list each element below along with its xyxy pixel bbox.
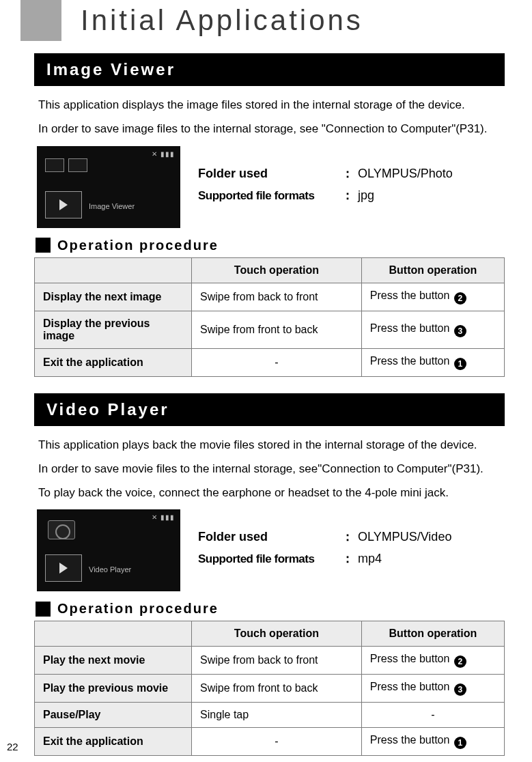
- spec-row-formats: Supported file formats ： jpg: [198, 187, 505, 203]
- description-text: In order to save image files to the inte…: [34, 119, 505, 139]
- table-header: [35, 257, 192, 283]
- colon-icon: ：: [341, 528, 354, 545]
- thumbnail-tiles: [45, 158, 87, 172]
- row-label: Display the next image: [35, 283, 192, 311]
- app-info-block: ✕ ▮▮▮ Video Player Folder used ： OLYMPUS…: [37, 509, 505, 591]
- description-text: To play back the voice, connect the earp…: [34, 483, 505, 503]
- statusbar-icon: ✕ ▮▮▮: [152, 513, 175, 521]
- page-title: Initial Applications: [81, 4, 363, 37]
- table-header: Button operation: [361, 257, 504, 283]
- spec-label: Folder used: [198, 530, 341, 544]
- play-tile-icon: [45, 554, 82, 582]
- spec-value: jpg: [358, 188, 374, 203]
- operation-table-image-viewer: Touch operation Button operation Display…: [34, 257, 505, 377]
- operation-table-video-player: Touch operation Button operation Play th…: [34, 621, 505, 756]
- table-header: Touch operation: [192, 257, 362, 283]
- square-bullet-icon: [36, 602, 51, 617]
- tile-icon: [45, 158, 64, 172]
- row-label: Pause/Play: [35, 703, 192, 728]
- page-number: 22: [7, 741, 18, 752]
- operation-heading: Operation procedure: [57, 601, 219, 617]
- table-row: Display the previous image Swipe from fr…: [35, 311, 505, 348]
- play-tile-icon: [45, 191, 82, 218]
- spec-value: OLYMPUS/Photo: [358, 167, 453, 181]
- touch-op-cell: Swipe from back to front: [192, 647, 362, 675]
- title-marker-icon: [20, 0, 61, 41]
- button-number-icon: 1: [454, 358, 466, 370]
- play-icon: [59, 199, 68, 210]
- button-op-text: Press the button: [370, 653, 450, 664]
- statusbar-icon: ✕ ▮▮▮: [152, 150, 175, 158]
- row-label: Play the next movie: [35, 647, 192, 675]
- touch-op-cell: Swipe from back to front: [192, 283, 362, 311]
- app-thumbnail: ✕ ▮▮▮ Image Viewer: [37, 146, 180, 228]
- spec-row-folder: Folder used ： OLYMPUS/Video: [198, 528, 505, 545]
- table-header: Button operation: [361, 621, 504, 647]
- description-text: This application displays the image file…: [34, 96, 505, 115]
- touch-op-cell: Swipe from front to back: [192, 311, 362, 348]
- button-op-text: Press the button: [370, 322, 450, 334]
- button-op-text: Press the button: [370, 355, 450, 367]
- spec-lines: Folder used ： OLYMPUS/Photo Supported fi…: [198, 165, 505, 209]
- play-icon: [59, 563, 68, 574]
- spec-value: mp4: [358, 552, 382, 566]
- table-row: Play the next movie Swipe from back to f…: [35, 647, 505, 675]
- colon-icon: ：: [341, 550, 354, 567]
- app-info-block: ✕ ▮▮▮ Image Viewer Folder used ： OLYMPUS…: [37, 146, 505, 228]
- description-text: This application plays back the movie fi…: [34, 436, 505, 455]
- button-number-icon: 1: [454, 737, 466, 749]
- touch-op-cell: Swipe from front to back: [192, 675, 362, 703]
- button-op-cell: Press the button 3: [361, 311, 504, 348]
- row-label: Play the previous movie: [35, 675, 192, 703]
- button-op-cell: Press the button 1: [361, 348, 504, 376]
- button-number-icon: 2: [454, 655, 466, 668]
- row-label: Exit the application: [35, 348, 192, 376]
- row-label: Exit the application: [35, 728, 192, 756]
- section-heading-video-player: Video Player: [34, 393, 505, 426]
- spec-row-formats: Supported file formats ： mp4: [198, 550, 505, 567]
- operation-heading-row: Operation procedure: [36, 601, 505, 617]
- colon-icon: ：: [341, 165, 354, 182]
- button-number-icon: 3: [454, 683, 466, 696]
- button-op-text: Press the button: [370, 734, 450, 746]
- button-op-cell: Press the button 2: [361, 283, 504, 311]
- square-bullet-icon: [36, 238, 51, 253]
- table-header-row: Touch operation Button operation: [35, 257, 505, 283]
- table-row: Exit the application - Press the button …: [35, 728, 505, 756]
- table-row: Pause/Play Single tap -: [35, 703, 505, 728]
- button-op-text: Press the button: [370, 681, 450, 692]
- button-op-cell: Press the button 2: [361, 647, 504, 675]
- camera-icon: [48, 520, 75, 539]
- button-number-icon: 2: [454, 292, 466, 305]
- thumbnail-caption: Video Player: [89, 565, 131, 574]
- button-op-cell: Press the button 1: [361, 728, 504, 756]
- table-row: Display the next image Swipe from back t…: [35, 283, 505, 311]
- table-header-row: Touch operation Button operation: [35, 621, 505, 647]
- table-header: Touch operation: [192, 621, 362, 647]
- button-number-icon: 3: [454, 325, 466, 337]
- thumbnail-caption: Image Viewer: [89, 202, 135, 210]
- app-thumbnail: ✕ ▮▮▮ Video Player: [37, 509, 180, 591]
- colon-icon: ：: [341, 187, 354, 203]
- touch-op-cell: -: [192, 348, 362, 376]
- button-op-text: Press the button: [370, 290, 450, 301]
- section-heading-image-viewer: Image Viewer: [34, 53, 505, 86]
- spec-value: OLYMPUS/Video: [358, 530, 451, 544]
- operation-heading-row: Operation procedure: [36, 238, 505, 253]
- spec-lines: Folder used ： OLYMPUS/Video Supported fi…: [198, 528, 505, 572]
- spec-label: Supported file formats: [198, 189, 341, 203]
- table-row: Exit the application - Press the button …: [35, 348, 505, 376]
- operation-heading: Operation procedure: [57, 238, 219, 253]
- table-row: Play the previous movie Swipe from front…: [35, 675, 505, 703]
- table-header: [35, 621, 192, 647]
- spec-label: Folder used: [198, 167, 341, 181]
- button-op-cell: Press the button 3: [361, 675, 504, 703]
- description-text: In order to save movie files to the inte…: [34, 460, 505, 479]
- spec-label: Supported file formats: [198, 552, 341, 566]
- touch-op-cell: Single tap: [192, 703, 362, 728]
- row-label: Display the previous image: [35, 311, 192, 348]
- spec-row-folder: Folder used ： OLYMPUS/Photo: [198, 165, 505, 182]
- button-op-cell: -: [361, 703, 504, 728]
- touch-op-cell: -: [192, 728, 362, 756]
- tile-icon: [68, 158, 87, 172]
